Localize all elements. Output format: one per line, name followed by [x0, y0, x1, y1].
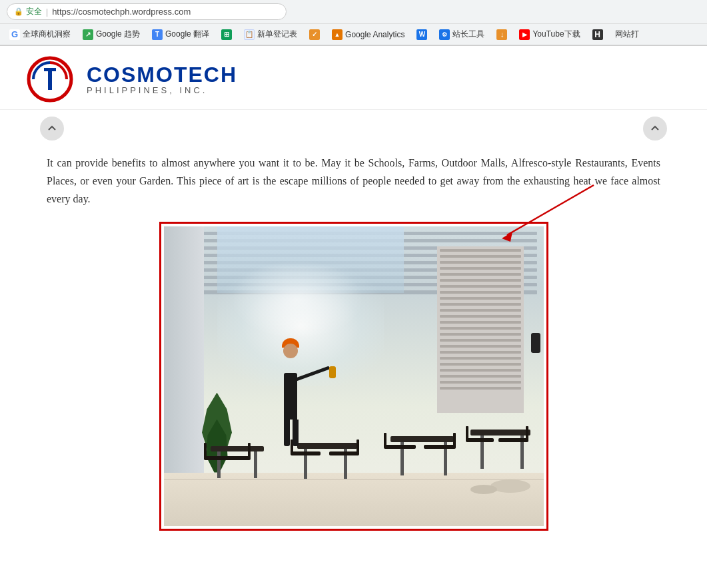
scroll-up-left[interactable] [40, 117, 64, 141]
bookmark-site-label: 网站打 [615, 29, 639, 40]
svg-rect-19 [390, 436, 454, 442]
lock-icon: 🔒 [14, 7, 23, 16]
logo-sub: PHILIPPINES, INC. [87, 85, 237, 95]
h-favicon: H [592, 29, 603, 40]
chevron-up-icon [47, 124, 57, 133]
translate-favicon: T [152, 29, 163, 40]
bookmark-analytics[interactable]: ▲ Google Analytics [327, 27, 410, 42]
svg-rect-32 [526, 426, 528, 440]
svg-rect-9 [204, 443, 207, 457]
youtube-favicon: ▶ [519, 29, 530, 40]
scroll-up-right[interactable] [643, 117, 667, 141]
article-content: It can provide benefits to almost anywhe… [0, 147, 707, 551]
person-figure [284, 373, 299, 446]
bookmark-webmaster-icon[interactable]: W [411, 27, 432, 42]
bookmark-webmaster-label: 站长工具 [452, 29, 484, 40]
site-header: COSMOTECH PHILIPPINES, INC. [0, 46, 707, 110]
article-paragraph: It can provide benefits to almost anywhe… [47, 154, 660, 208]
logo-container: COSMOTECH PHILIPPINES, INC. [27, 56, 680, 103]
download-favicon: ↓ [496, 29, 507, 40]
bookmark-youtube-label: YouTube下载 [532, 29, 580, 40]
trends-favicon: ↗ [83, 29, 93, 40]
svg-rect-17 [329, 451, 359, 455]
chevron-up-icon-right [650, 124, 660, 133]
svg-rect-6 [217, 451, 221, 478]
svg-rect-15 [291, 451, 321, 455]
logo-brand: COSMOTECH [87, 64, 237, 85]
svg-rect-1 [44, 68, 56, 71]
bookmark-register[interactable]: 📋 新单登记表 [239, 27, 303, 42]
right-wall-blinds [437, 246, 524, 413]
svg-rect-12 [297, 443, 357, 449]
svg-rect-25 [453, 433, 456, 446]
svg-rect-10 [224, 456, 251, 460]
bookmarks-bar: G 全球商机洞察 ↗ Google 趋势 T Google 翻译 ⊞ 📋 新单登… [0, 24, 707, 45]
svg-rect-30 [466, 426, 468, 440]
bookmark-youtube[interactable]: ▶ YouTube下载 [514, 27, 585, 42]
featured-image [164, 226, 544, 526]
security-label: 安全 [26, 6, 42, 17]
bookmark-translate[interactable]: T Google 翻译 [147, 27, 215, 42]
svg-rect-7 [254, 451, 257, 478]
svg-rect-23 [384, 433, 386, 446]
cosmotech-logo [27, 56, 80, 103]
featured-image-container [159, 222, 548, 531]
svg-rect-29 [466, 438, 494, 442]
bookmark-table[interactable]: ⊞ [216, 27, 237, 42]
bookmark-download-icon[interactable]: ↓ [491, 27, 512, 42]
bookmark-translate-label: Google 翻译 [165, 29, 209, 40]
register-favicon: 📋 [244, 29, 255, 40]
bookmark-google[interactable]: G 全球商机洞察 [4, 27, 76, 42]
svg-rect-18 [356, 440, 359, 453]
logo-text: COSMOTECH PHILIPPINES, INC. [87, 64, 237, 95]
webmaster2-favicon: ⚙ [439, 29, 450, 40]
furniture-svg [164, 393, 544, 526]
bookmark-analytics-label: Google Analytics [345, 30, 404, 39]
bookmark-google-label: 全球商机洞察 [23, 29, 71, 40]
bookmark-webmaster[interactable]: ⚙ 站长工具 [434, 27, 490, 42]
svg-rect-22 [384, 445, 416, 449]
bookmark-site[interactable]: 网站打 [610, 27, 644, 42]
bookmark-trends-label: Google 趋势 [96, 29, 140, 40]
bookmark-email[interactable]: ✓ [304, 27, 325, 42]
address-separator: | [46, 7, 48, 17]
google-favicon: G [9, 29, 20, 40]
svg-rect-26 [470, 430, 530, 436]
svg-point-35 [470, 485, 497, 494]
analytics-favicon: ▲ [332, 29, 343, 40]
svg-rect-31 [498, 438, 528, 442]
address-bar: 🔒 安全 | https://cosmotechph.wordpress.com [0, 0, 707, 24]
url-text: https://cosmotechph.wordpress.com [52, 7, 191, 17]
email-favicon: ✓ [309, 29, 320, 40]
webmaster-favicon: W [416, 29, 427, 40]
bookmark-register-label: 新单登记表 [257, 29, 297, 40]
scroll-buttons-area [0, 110, 707, 147]
security-indicator[interactable]: 🔒 安全 | https://cosmotechph.wordpress.com [7, 3, 287, 20]
table-favicon: ⊞ [221, 29, 232, 40]
page-content: COSMOTECH PHILIPPINES, INC. It can provi… [0, 46, 707, 551]
svg-rect-5 [211, 446, 264, 451]
bookmark-trends[interactable]: ↗ Google 趋势 [77, 27, 145, 42]
browser-chrome: 🔒 安全 | https://cosmotechph.wordpress.com… [0, 0, 707, 46]
bookmark-h[interactable]: H [587, 27, 608, 42]
svg-rect-11 [248, 443, 251, 457]
svg-rect-24 [424, 445, 456, 449]
svg-rect-2 [48, 71, 52, 90]
